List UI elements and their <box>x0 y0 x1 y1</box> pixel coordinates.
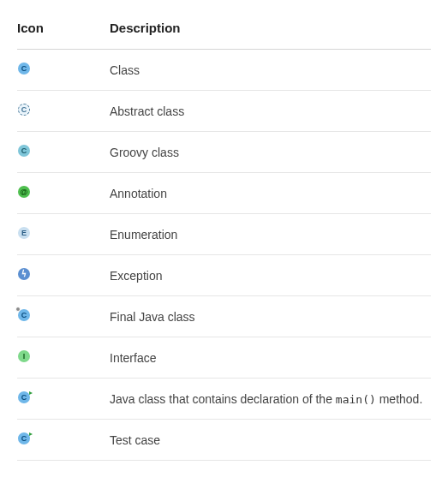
description-cell: Exception <box>110 255 431 296</box>
description-text: Abstract class <box>110 104 184 118</box>
interface-icon: I <box>17 349 31 363</box>
enumeration-icon: E <box>17 226 31 240</box>
description-text: Test case <box>110 433 160 447</box>
main-class-icon: C▸ <box>17 391 31 404</box>
icon-cell: C <box>17 132 110 173</box>
table-row: C▸Java class that contains declaration o… <box>17 379 431 420</box>
icon-cell: @ <box>17 173 110 214</box>
description-cell: Groovy class <box>110 132 431 173</box>
table-row: CClass <box>17 50 431 91</box>
description-text-after: method. <box>376 392 422 406</box>
abstract-class-icon: C <box>17 103 31 116</box>
icon-cell: ϟ <box>17 255 110 296</box>
icon-cell: C▸ <box>17 420 110 461</box>
table-row: CGroovy class <box>17 132 431 173</box>
table-row: CFinal Java class <box>17 296 431 337</box>
description-cell: Class <box>110 50 431 91</box>
description-text: Interface <box>110 351 156 365</box>
description-cell: Interface <box>110 337 431 379</box>
description-text: Class <box>110 63 140 77</box>
table-row: CAbstract class <box>17 91 431 132</box>
groovy-class-icon: C <box>17 144 31 158</box>
header-icon: Icon <box>17 15 110 50</box>
description-text: Exception <box>110 269 162 283</box>
run-arrow-overlay-icon: ▸ <box>29 390 33 397</box>
exception-icon: ϟ <box>17 267 31 281</box>
description-cell: Abstract class <box>110 91 431 132</box>
run-arrow-overlay-icon: ▸ <box>29 431 33 438</box>
table-row: @Annotation <box>17 173 431 214</box>
icon-cell: I <box>17 337 110 379</box>
description-text: Java class that contains declaration of … <box>110 392 336 406</box>
description-text: Final Java class <box>110 310 195 324</box>
description-cell: Final Java class <box>110 296 431 337</box>
table-row: EEnumeration <box>17 214 431 255</box>
table-row: C▸Test case <box>17 420 431 461</box>
description-cell: Annotation <box>110 173 431 214</box>
icon-cell: E <box>17 214 110 255</box>
description-code: main() <box>336 393 376 406</box>
table-row: ϟException <box>17 255 431 296</box>
description-cell: Java class that contains declaration of … <box>110 379 431 420</box>
description-text: Annotation <box>110 187 167 200</box>
pin-overlay-icon <box>15 307 21 312</box>
description-cell: Test case <box>110 420 431 461</box>
table-row: IInterface <box>17 337 431 379</box>
icon-reference-table: Icon Description CClassCAbstract classCG… <box>17 15 431 461</box>
final-class-icon: C <box>17 308 31 322</box>
header-description: Description <box>110 15 431 50</box>
test-case-icon: C▸ <box>17 432 31 445</box>
description-text: Groovy class <box>110 146 179 159</box>
icon-cell: C <box>17 296 110 337</box>
description-text: Enumeration <box>110 228 177 241</box>
icon-cell: C <box>17 50 110 91</box>
description-cell: Enumeration <box>110 214 431 255</box>
icon-cell: C▸ <box>17 379 110 420</box>
icon-cell: C <box>17 91 110 132</box>
class-icon: C <box>17 62 31 75</box>
annotation-icon: @ <box>17 185 31 199</box>
